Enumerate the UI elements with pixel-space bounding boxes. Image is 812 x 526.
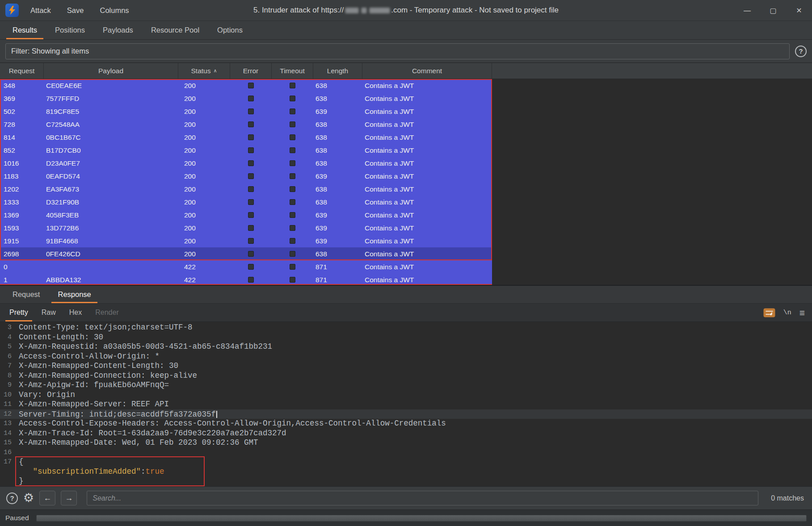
timeout-checkbox[interactable]: [290, 83, 295, 88]
table-row[interactable]: 502819CF8E5200639Contains a JWT: [0, 105, 492, 118]
error-checkbox[interactable]: [248, 147, 254, 153]
editor-line[interactable]: 11X-Amzn-Remapped-Server: REEF API: [0, 400, 812, 409]
column-header-error[interactable]: Error: [230, 63, 272, 79]
timeout-checkbox[interactable]: [290, 212, 295, 218]
error-checkbox[interactable]: [248, 264, 254, 270]
editor-line[interactable]: 10Vary: Origin: [0, 390, 812, 400]
next-match-button[interactable]: →: [61, 491, 77, 505]
tab-resource-pool[interactable]: Resource Pool: [142, 21, 208, 39]
timeout-checkbox[interactable]: [290, 251, 295, 257]
menu-columns[interactable]: Columns: [100, 6, 129, 15]
tab-payloads[interactable]: Payloads: [94, 21, 142, 39]
error-checkbox[interactable]: [248, 212, 254, 218]
error-checkbox[interactable]: [248, 109, 254, 114]
newline-icon[interactable]: \n: [783, 309, 791, 317]
tab-results[interactable]: Results: [4, 21, 46, 39]
error-checkbox[interactable]: [248, 96, 254, 101]
editor-line[interactable]: 7X-Amzn-Remapped-Content-Length: 30: [0, 361, 812, 371]
tab-options[interactable]: Options: [208, 21, 252, 39]
timeout-checkbox[interactable]: [290, 160, 295, 166]
table-row[interactable]: 3697577FFFD200638Contains a JWT: [0, 92, 492, 105]
table-row[interactable]: 0422871Contains a JWT: [0, 260, 492, 273]
editor-line[interactable]: 4Content-Length: 30: [0, 333, 812, 342]
timeout-checkbox[interactable]: [290, 121, 295, 127]
column-header-comment[interactable]: Comment: [362, 63, 492, 79]
menu-attack[interactable]: Attack: [30, 6, 51, 15]
tab-positions[interactable]: Positions: [46, 21, 94, 39]
editor-line[interactable]: 14X-Amzn-Trace-Id: Root=1-63da2aa9-76d9e…: [0, 429, 812, 438]
response-editor[interactable]: 3Content-Type: text/json;charset=UTF-84C…: [0, 322, 812, 486]
column-header-timeout[interactable]: Timeout: [272, 63, 313, 79]
column-header-status[interactable]: Status∧: [178, 63, 230, 79]
timeout-checkbox[interactable]: [290, 186, 295, 192]
editor-line[interactable]: 17{: [0, 457, 812, 467]
help-icon[interactable]: ?: [795, 46, 807, 57]
timeout-checkbox[interactable]: [290, 96, 295, 101]
editor-line[interactable]: "subscriptionTimeAdded":true: [0, 467, 812, 477]
error-checkbox[interactable]: [248, 225, 254, 231]
table-row[interactable]: 348CE0EAE6E200638Contains a JWT: [0, 79, 492, 92]
editor-line[interactable]: 3Content-Type: text/json;charset=UTF-8: [0, 323, 812, 333]
column-header-length[interactable]: Length: [313, 63, 362, 79]
timeout-checkbox[interactable]: [290, 225, 295, 231]
close-button[interactable]: ✕: [786, 0, 812, 21]
error-checkbox[interactable]: [248, 83, 254, 88]
timeout-checkbox[interactable]: [290, 109, 295, 114]
editor-line[interactable]: 8X-Amzn-Remapped-Connection: keep-alive: [0, 371, 812, 381]
timeout-checkbox[interactable]: [290, 277, 295, 283]
table-row[interactable]: 26980FE426CD200638Contains a JWT: [0, 247, 492, 260]
table-row[interactable]: 1016D23A0FE7200638Contains a JWT: [0, 157, 492, 170]
maximize-button[interactable]: ▢: [760, 0, 786, 21]
editor-line[interactable]: 9X-Amz-Apigw-Id: fpuakEb6oAMFnqQ=: [0, 380, 812, 390]
error-checkbox[interactable]: [248, 173, 254, 179]
error-checkbox[interactable]: [248, 277, 254, 283]
editor-line[interactable]: 5X-Amzn-Requestid: a03a05b5-00d3-4521-ab…: [0, 342, 812, 352]
error-checkbox[interactable]: [248, 121, 254, 127]
table-row[interactable]: 1202EA3FA673200638Contains a JWT: [0, 183, 492, 196]
cell-timeout: [272, 134, 313, 140]
editor-line[interactable]: 6Access-Control-Allow-Origin: *: [0, 352, 812, 362]
timeout-checkbox[interactable]: [290, 173, 295, 179]
filter-bar[interactable]: Filter: Showing all items: [5, 43, 790, 59]
prev-match-button[interactable]: ←: [39, 491, 55, 505]
column-header-payload[interactable]: Payload: [44, 63, 178, 79]
timeout-checkbox[interactable]: [290, 134, 295, 140]
table-row[interactable]: 191591BF4668200639Contains a JWT: [0, 234, 492, 247]
search-help-icon[interactable]: ?: [6, 493, 18, 504]
error-checkbox[interactable]: [248, 186, 254, 192]
error-checkbox[interactable]: [248, 134, 254, 140]
table-row[interactable]: 159313D772B6200639Contains a JWT: [0, 221, 492, 234]
editor-menu-icon[interactable]: ≡: [799, 308, 805, 317]
table-row[interactable]: 1ABBDA132422871Contains a JWT: [0, 273, 492, 285]
table-row[interactable]: 852B17D7CB0200638Contains a JWT: [0, 144, 492, 157]
tab-request[interactable]: Request: [4, 286, 49, 303]
word-wrap-icon[interactable]: [763, 308, 775, 317]
error-checkbox[interactable]: [248, 251, 254, 257]
editor-line[interactable]: 15X-Amzn-Remapped-Date: Wed, 01 Feb 2023…: [0, 438, 812, 448]
minimize-button[interactable]: —: [734, 0, 760, 21]
timeout-checkbox[interactable]: [290, 199, 295, 205]
view-tab-pretty[interactable]: Pretty: [3, 304, 35, 321]
column-header-request[interactable]: Request: [0, 63, 44, 79]
table-row[interactable]: 728C72548AA200638Contains a JWT: [0, 118, 492, 131]
search-input[interactable]: [87, 491, 758, 505]
view-tab-raw[interactable]: Raw: [35, 304, 63, 321]
settings-gear-icon[interactable]: ⚙: [23, 492, 34, 504]
editor-line[interactable]: 12Server-Timing: intid;desc=acddf5fa372a…: [0, 409, 812, 419]
table-row[interactable]: 11830EAFD574200639Contains a JWT: [0, 170, 492, 183]
menu-save[interactable]: Save: [67, 6, 84, 15]
timeout-checkbox[interactable]: [290, 264, 295, 270]
error-checkbox[interactable]: [248, 160, 254, 166]
editor-line[interactable]: 13Access-Control-Expose-Headers: Access-…: [0, 419, 812, 429]
editor-line[interactable]: 16: [0, 448, 812, 458]
table-row[interactable]: 1333D321F90B200638Contains a JWT: [0, 196, 492, 209]
editor-line[interactable]: }: [0, 476, 812, 486]
table-row[interactable]: 13694058F3EB200639Contains a JWT: [0, 209, 492, 221]
table-row[interactable]: 8140BC1B67C200638Contains a JWT: [0, 131, 492, 144]
error-checkbox[interactable]: [248, 199, 254, 205]
tab-response[interactable]: Response: [49, 286, 100, 303]
timeout-checkbox[interactable]: [290, 238, 295, 244]
timeout-checkbox[interactable]: [290, 147, 295, 153]
error-checkbox[interactable]: [248, 238, 254, 244]
view-tab-hex[interactable]: Hex: [63, 304, 88, 321]
